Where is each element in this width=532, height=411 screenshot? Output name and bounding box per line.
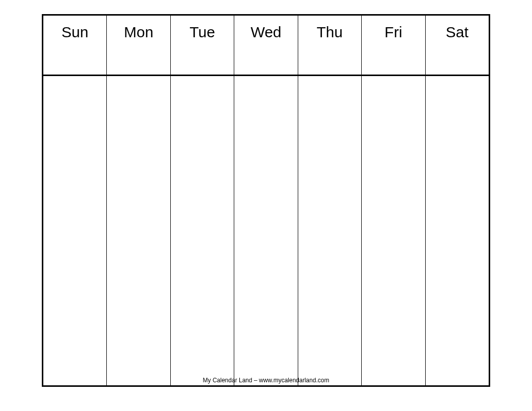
calendar-header-sat: Sat: [426, 16, 489, 75]
calendar-header-row: Sun Mon Tue Wed Thu Fri Sat: [43, 16, 489, 76]
calendar-body-sun: [43, 76, 107, 385]
calendar-body-row: [43, 76, 489, 385]
calendar-header-wed: Wed: [234, 16, 298, 75]
footer-attribution: My Calendar Land – www.mycalendarland.co…: [43, 377, 489, 384]
calendar-table: Sun Mon Tue Wed Thu Fri Sat My Calendar …: [42, 14, 490, 387]
calendar-body-mon: [107, 76, 170, 385]
calendar-body-sat: [426, 76, 489, 385]
calendar-header-mon: Mon: [107, 16, 170, 75]
calendar-body-wed: [234, 76, 298, 385]
calendar-header-fri: Fri: [362, 16, 425, 75]
calendar-header-thu: Thu: [298, 16, 362, 75]
calendar-header-tue: Tue: [171, 16, 234, 75]
calendar-header-sun: Sun: [43, 16, 107, 75]
calendar-body-thu: [298, 76, 362, 385]
calendar-body-tue: [171, 76, 234, 385]
calendar-body-fri: [362, 76, 425, 385]
